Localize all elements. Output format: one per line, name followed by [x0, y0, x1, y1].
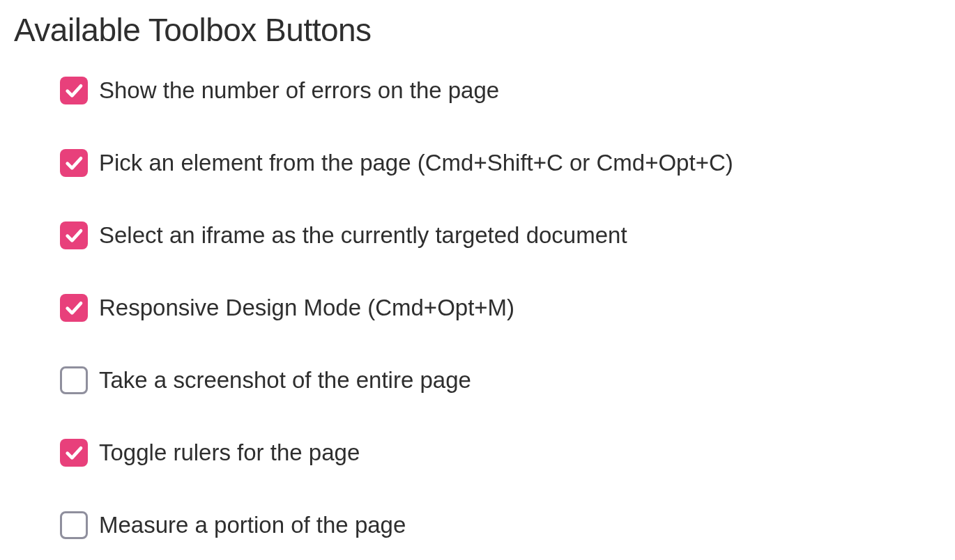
section-heading: Available Toolbox Buttons: [14, 11, 941, 49]
checkbox-measure[interactable]: [60, 511, 88, 539]
option-pick-element: Pick an element from the page (Cmd+Shift…: [60, 149, 941, 177]
checkbox-select-iframe[interactable]: [60, 221, 88, 249]
toolbox-options-list: Show the number of errors on the page Pi…: [14, 77, 941, 539]
option-select-iframe: Select an iframe as the currently target…: [60, 221, 941, 249]
checkbox-toggle-rulers[interactable]: [60, 439, 88, 467]
option-screenshot: Take a screenshot of the entire page: [60, 366, 941, 394]
check-icon: [63, 442, 85, 464]
option-toggle-rulers: Toggle rulers for the page: [60, 439, 941, 467]
option-label: Pick an element from the page (Cmd+Shift…: [99, 149, 733, 177]
checkbox-responsive-design[interactable]: [60, 294, 88, 322]
check-icon: [63, 297, 85, 319]
checkbox-pick-element[interactable]: [60, 149, 88, 177]
option-label: Show the number of errors on the page: [99, 77, 499, 104]
checkbox-show-errors[interactable]: [60, 77, 88, 104]
option-label: Measure a portion of the page: [99, 511, 406, 539]
option-label: Select an iframe as the currently target…: [99, 221, 627, 249]
option-label: Toggle rulers for the page: [99, 439, 360, 467]
option-label: Take a screenshot of the entire page: [99, 366, 471, 394]
option-show-errors: Show the number of errors on the page: [60, 77, 941, 104]
check-icon: [63, 152, 85, 174]
checkbox-screenshot[interactable]: [60, 366, 88, 394]
check-icon: [63, 224, 85, 247]
option-label: Responsive Design Mode (Cmd+Opt+M): [99, 294, 514, 322]
option-measure: Measure a portion of the page: [60, 511, 941, 539]
check-icon: [63, 79, 85, 102]
option-responsive-design: Responsive Design Mode (Cmd+Opt+M): [60, 294, 941, 322]
